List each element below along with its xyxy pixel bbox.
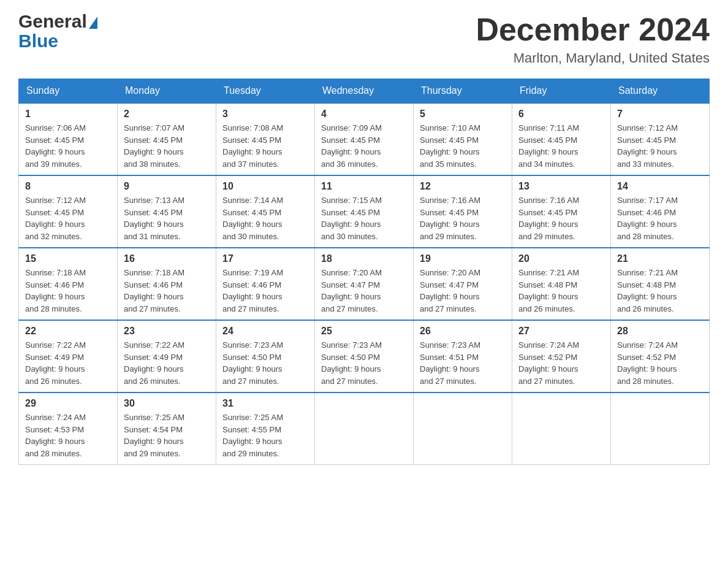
table-row: 22 Sunrise: 7:22 AMSunset: 4:49 PMDaylig… [19, 320, 118, 393]
table-row: 1 Sunrise: 7:06 AMSunset: 4:45 PMDayligh… [19, 103, 118, 175]
table-row: 12 Sunrise: 7:16 AMSunset: 4:45 PMDaylig… [414, 175, 512, 248]
day-info: Sunrise: 7:13 AMSunset: 4:45 PMDaylight:… [124, 196, 184, 241]
day-number: 14 [617, 181, 703, 192]
table-row: 23 Sunrise: 7:22 AMSunset: 4:49 PMDaylig… [118, 320, 216, 393]
table-row: 29 Sunrise: 7:24 AMSunset: 4:53 PMDaylig… [19, 393, 118, 465]
day-number: 2 [124, 109, 210, 120]
day-info: Sunrise: 7:19 AMSunset: 4:46 PMDaylight:… [222, 268, 283, 313]
table-row [315, 393, 414, 465]
day-info: Sunrise: 7:08 AMSunset: 4:45 PMDaylight:… [222, 123, 283, 169]
day-number: 15 [25, 253, 111, 264]
calendar-table: Sunday Monday Tuesday Wednesday Thursday… [18, 79, 710, 465]
day-info: Sunrise: 7:12 AMSunset: 4:45 PMDaylight:… [25, 196, 86, 241]
table-row [512, 393, 611, 465]
table-row: 7 Sunrise: 7:12 AMSunset: 4:45 PMDayligh… [611, 103, 710, 175]
day-info: Sunrise: 7:23 AMSunset: 4:50 PMDaylight:… [222, 340, 283, 386]
day-number: 1 [25, 109, 111, 120]
day-number: 9 [124, 181, 210, 192]
calendar-week-row: 29 Sunrise: 7:24 AMSunset: 4:53 PMDaylig… [19, 393, 710, 465]
col-saturday: Saturday [611, 79, 710, 104]
day-number: 18 [321, 253, 407, 264]
day-info: Sunrise: 7:25 AMSunset: 4:55 PMDaylight:… [222, 413, 283, 458]
day-number: 3 [222, 109, 308, 120]
calendar-week-row: 22 Sunrise: 7:22 AMSunset: 4:49 PMDaylig… [19, 320, 710, 393]
page-title: December 2024 [476, 12, 710, 47]
col-wednesday: Wednesday [315, 79, 414, 104]
col-sunday: Sunday [19, 79, 118, 104]
table-row: 11 Sunrise: 7:15 AMSunset: 4:45 PMDaylig… [315, 175, 414, 248]
table-row: 31 Sunrise: 7:25 AMSunset: 4:55 PMDaylig… [216, 393, 315, 465]
logo: General Blue [18, 12, 97, 50]
day-info: Sunrise: 7:24 AMSunset: 4:52 PMDaylight:… [518, 340, 579, 386]
table-row: 21 Sunrise: 7:21 AMSunset: 4:48 PMDaylig… [611, 248, 710, 320]
day-info: Sunrise: 7:21 AMSunset: 4:48 PMDaylight:… [518, 268, 579, 313]
day-number: 24 [222, 326, 308, 337]
table-row [414, 393, 512, 465]
day-info: Sunrise: 7:22 AMSunset: 4:49 PMDaylight:… [25, 340, 86, 386]
day-number: 28 [617, 326, 703, 337]
title-area: December 2024 Marlton, Maryland, United … [476, 12, 710, 66]
day-number: 25 [321, 326, 407, 337]
table-row: 4 Sunrise: 7:09 AMSunset: 4:45 PMDayligh… [315, 103, 414, 175]
day-info: Sunrise: 7:20 AMSunset: 4:47 PMDaylight:… [321, 268, 382, 313]
day-number: 26 [420, 326, 506, 337]
table-row: 8 Sunrise: 7:12 AMSunset: 4:45 PMDayligh… [19, 175, 118, 248]
day-number: 17 [222, 253, 308, 264]
table-row: 3 Sunrise: 7:08 AMSunset: 4:45 PMDayligh… [216, 103, 315, 175]
table-row: 16 Sunrise: 7:18 AMSunset: 4:46 PMDaylig… [118, 248, 216, 320]
day-number: 23 [124, 326, 210, 337]
day-info: Sunrise: 7:14 AMSunset: 4:45 PMDaylight:… [222, 196, 283, 241]
calendar-week-row: 8 Sunrise: 7:12 AMSunset: 4:45 PMDayligh… [19, 175, 710, 248]
day-info: Sunrise: 7:12 AMSunset: 4:45 PMDaylight:… [617, 123, 678, 169]
col-thursday: Thursday [414, 79, 512, 104]
day-number: 31 [222, 398, 308, 409]
day-info: Sunrise: 7:15 AMSunset: 4:45 PMDaylight:… [321, 196, 382, 241]
table-row: 15 Sunrise: 7:18 AMSunset: 4:46 PMDaylig… [19, 248, 118, 320]
day-number: 29 [25, 398, 111, 409]
day-info: Sunrise: 7:16 AMSunset: 4:45 PMDaylight:… [420, 196, 480, 241]
table-row: 20 Sunrise: 7:21 AMSunset: 4:48 PMDaylig… [512, 248, 611, 320]
day-info: Sunrise: 7:11 AMSunset: 4:45 PMDaylight:… [518, 123, 579, 169]
day-info: Sunrise: 7:25 AMSunset: 4:54 PMDaylight:… [124, 413, 184, 458]
day-info: Sunrise: 7:17 AMSunset: 4:46 PMDaylight:… [617, 196, 678, 241]
day-info: Sunrise: 7:16 AMSunset: 4:45 PMDaylight:… [518, 196, 579, 241]
table-row: 10 Sunrise: 7:14 AMSunset: 4:45 PMDaylig… [216, 175, 315, 248]
day-number: 20 [518, 253, 604, 264]
day-info: Sunrise: 7:24 AMSunset: 4:53 PMDaylight:… [25, 413, 86, 458]
day-number: 11 [321, 181, 407, 192]
table-row: 27 Sunrise: 7:24 AMSunset: 4:52 PMDaylig… [512, 320, 611, 393]
table-row: 2 Sunrise: 7:07 AMSunset: 4:45 PMDayligh… [118, 103, 216, 175]
table-row: 25 Sunrise: 7:23 AMSunset: 4:50 PMDaylig… [315, 320, 414, 393]
day-number: 7 [617, 109, 703, 120]
day-info: Sunrise: 7:21 AMSunset: 4:48 PMDaylight:… [617, 268, 678, 313]
page-header: General Blue December 2024 Marlton, Mary… [18, 12, 710, 66]
day-number: 30 [124, 398, 210, 409]
col-monday: Monday [118, 79, 216, 104]
day-number: 19 [420, 253, 506, 264]
day-info: Sunrise: 7:09 AMSunset: 4:45 PMDaylight:… [321, 123, 382, 169]
table-row: 9 Sunrise: 7:13 AMSunset: 4:45 PMDayligh… [118, 175, 216, 248]
table-row: 6 Sunrise: 7:11 AMSunset: 4:45 PMDayligh… [512, 103, 611, 175]
table-row: 26 Sunrise: 7:23 AMSunset: 4:51 PMDaylig… [414, 320, 512, 393]
day-number: 27 [518, 326, 604, 337]
day-info: Sunrise: 7:18 AMSunset: 4:46 PMDaylight:… [124, 268, 184, 313]
day-info: Sunrise: 7:07 AMSunset: 4:45 PMDaylight:… [124, 123, 184, 169]
table-row: 17 Sunrise: 7:19 AMSunset: 4:46 PMDaylig… [216, 248, 315, 320]
day-number: 4 [321, 109, 407, 120]
table-row: 5 Sunrise: 7:10 AMSunset: 4:45 PMDayligh… [414, 103, 512, 175]
day-number: 22 [25, 326, 111, 337]
table-row: 19 Sunrise: 7:20 AMSunset: 4:47 PMDaylig… [414, 248, 512, 320]
day-info: Sunrise: 7:22 AMSunset: 4:49 PMDaylight:… [124, 340, 184, 386]
day-number: 5 [420, 109, 506, 120]
table-row [611, 393, 710, 465]
table-row: 28 Sunrise: 7:24 AMSunset: 4:52 PMDaylig… [611, 320, 710, 393]
logo-blue: Blue [18, 32, 58, 50]
day-info: Sunrise: 7:10 AMSunset: 4:45 PMDaylight:… [420, 123, 480, 169]
logo-general: General [18, 11, 87, 31]
day-number: 13 [518, 181, 604, 192]
col-friday: Friday [512, 79, 611, 104]
location-subtitle: Marlton, Maryland, United States [476, 50, 710, 66]
day-number: 6 [518, 109, 604, 120]
col-tuesday: Tuesday [216, 79, 315, 104]
day-number: 8 [25, 181, 111, 192]
